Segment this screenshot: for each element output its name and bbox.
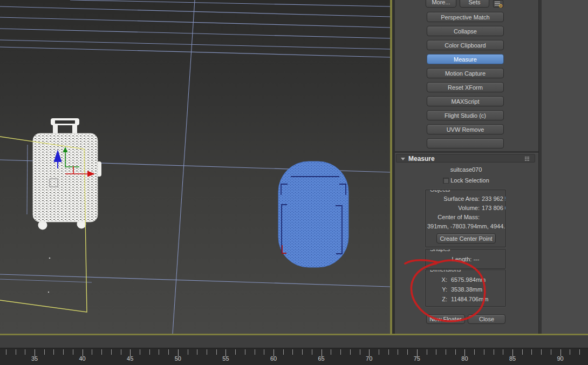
rollout-grip-icon[interactable] (525, 157, 526, 158)
surface-area-label: Surface Area: (426, 195, 480, 202)
measure-rollout-header[interactable]: Measure (396, 154, 535, 163)
utility-button-color-clipboard[interactable]: Color Clipboard (427, 40, 504, 50)
utility-button-reset-xform[interactable]: Reset XForm (427, 82, 504, 92)
measured-object-name: suitcase070 (409, 166, 523, 173)
timeline-tick (436, 349, 436, 355)
timeline-label: 60 (270, 355, 277, 362)
timeline[interactable]: 354045505560657075808590 (0, 335, 588, 365)
timeline-tick (551, 349, 551, 355)
dimension-y-value: 3538.38mm (451, 286, 482, 293)
utility-button-perspective-match[interactable]: Perspective Match (427, 12, 504, 22)
timeline-tick (379, 349, 379, 355)
volume-value: 173 806 606 9 (482, 205, 506, 211)
gear-icon: ⚙ (498, 4, 503, 9)
center-of-mass-value: 391mm, -7803.794mm, 4944. (427, 223, 505, 229)
timeline-tick (570, 349, 570, 355)
timeline-tick (503, 349, 503, 355)
utilities-command-panel: More... Sets ⚙ Perspective MatchCollapse… (395, 0, 538, 334)
utility-button-collapse[interactable]: Collapse (427, 26, 504, 36)
timeline-tick (140, 349, 140, 355)
timeline-tick (149, 349, 150, 355)
timeline-tick (255, 349, 255, 355)
new-floater-button[interactable]: New Floater (426, 314, 465, 324)
timeline-tick (474, 349, 475, 355)
timeline-tick (235, 349, 236, 355)
timeline-tick (121, 349, 121, 355)
center-of-mass-label: Center of Mass: (426, 214, 480, 220)
panel-separator (395, 151, 538, 153)
more-utilities-button[interactable]: More... (426, 0, 456, 8)
length-label: Length: (452, 256, 472, 262)
timeline-tick (522, 349, 523, 355)
timeline-tick (25, 349, 25, 355)
rollout-title: Measure (408, 155, 435, 163)
timeline-tick (455, 349, 456, 355)
scene-specks (48, 258, 50, 293)
utility-button-motion-capture[interactable]: Motion Capture (427, 68, 504, 78)
timeline-tick (63, 349, 64, 355)
timeline-tick (197, 349, 197, 355)
timeline-tick (541, 349, 542, 355)
timeline-tick (53, 349, 54, 355)
lock-selection-checkbox[interactable] (443, 178, 449, 184)
dimension-y-label: Y: (432, 286, 447, 293)
timeline-label: 40 (79, 355, 85, 362)
timeline-label: 75 (414, 355, 420, 362)
sets-button[interactable]: Sets (460, 0, 489, 8)
dimension-z-label: Z: (432, 296, 447, 302)
timeline-tick (484, 349, 484, 355)
utility-button-maxscript[interactable]: MAXScript (427, 96, 504, 106)
timeline-label: 65 (318, 355, 324, 362)
timeline-label: 45 (127, 355, 133, 362)
viewport-scene (0, 0, 390, 334)
panel-right-spacer (542, 0, 588, 334)
utility-button-flight-studio-c[interactable]: Flight Studio (c) (427, 110, 504, 120)
timeline-label: 50 (175, 355, 181, 362)
timeline-label: 80 (461, 355, 468, 362)
application-window: More... Sets ⚙ Perspective MatchCollapse… (0, 0, 588, 365)
timeline-tick (531, 349, 532, 355)
rollout-open-arrow-icon (401, 158, 405, 160)
timeline-tick (388, 349, 389, 355)
timeline-tick (111, 349, 112, 355)
timeline-tick (340, 349, 341, 355)
timeline-tick (283, 349, 284, 355)
timeline-tick (6, 349, 6, 355)
timeline-tick (350, 349, 351, 355)
volume-label: Volume: (426, 205, 480, 211)
timeline-tick (207, 349, 207, 355)
dimensions-groupbox: Dimensions X: 6575.984mm Y: 3538.38mm Z:… (425, 269, 506, 307)
timeline-tick (159, 349, 159, 355)
utility-button-uvw-remove[interactable]: UVW Remove (427, 124, 504, 134)
timeline-tick (407, 349, 408, 355)
timeline-tick (494, 349, 494, 355)
timeline-tick (398, 349, 398, 355)
shapes-groupbox: Shapes Length: --- (425, 249, 506, 269)
timeline-tick (16, 349, 16, 355)
timeline-label: 55 (222, 355, 229, 362)
utility-button-empty[interactable] (427, 138, 504, 148)
timeline-tick (312, 349, 312, 355)
timeline-tick (188, 349, 188, 355)
lock-selection-row: Lock Selection (409, 177, 523, 184)
timeline-tick (427, 349, 427, 355)
length-value: --- (473, 256, 479, 262)
close-button[interactable]: Close (468, 314, 505, 324)
timeline-tick (331, 349, 331, 355)
lock-selection-label: Lock Selection (450, 177, 489, 184)
surface-area-value: 233 962 534.9 (482, 195, 506, 202)
configure-button-sets-icon[interactable]: ⚙ (493, 0, 503, 8)
viewport-perspective[interactable] (0, 0, 392, 334)
timeline-tick (292, 349, 293, 355)
timeline-tick (302, 349, 303, 355)
timeline-tick (101, 349, 102, 355)
timeline-tick (73, 349, 73, 355)
timeline-tick (92, 349, 92, 355)
timeline-tick (216, 349, 217, 355)
selected-capsule-object[interactable] (278, 161, 348, 267)
dimension-z-value: 11484.706mm (451, 296, 489, 302)
create-center-point-button[interactable]: Create Center Point (436, 233, 496, 244)
utility-button-measure[interactable]: Measure (427, 54, 504, 64)
timeline-ruler[interactable]: 354045505560657075808590 (0, 348, 588, 365)
timeline-label: 70 (366, 355, 372, 362)
